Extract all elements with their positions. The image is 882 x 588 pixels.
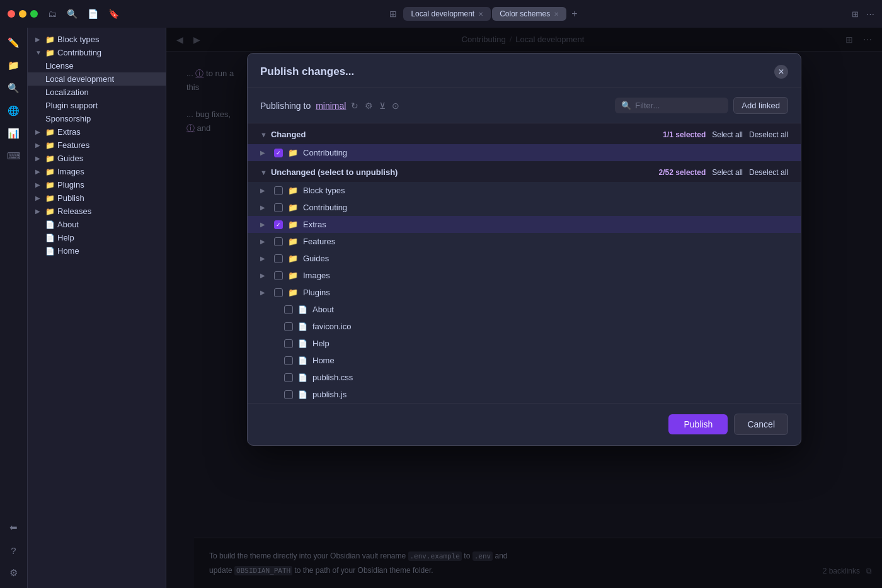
files-icon[interactable]: 📁 bbox=[4, 55, 24, 76]
sidebar-item-sponsorship[interactable]: Sponsorship bbox=[28, 112, 166, 125]
unchanged-item-help[interactable]: ▶ 📄 Help bbox=[248, 335, 801, 352]
site-name-link[interactable]: minimal bbox=[316, 101, 346, 111]
settings-icon[interactable]: ⚙ bbox=[4, 563, 24, 583]
item-checkbox-guides[interactable] bbox=[274, 254, 283, 263]
tab-color-schemes[interactable]: Color schemes ✕ bbox=[492, 7, 566, 21]
publish-icon[interactable]: 🌐 bbox=[4, 101, 24, 121]
add-linked-button[interactable]: Add linked bbox=[733, 97, 788, 114]
unchanged-item-favicon[interactable]: ▶ 📄 favicon.ico bbox=[248, 318, 801, 335]
filter-input[interactable] bbox=[635, 101, 722, 110]
settings-icon[interactable]: ⚙ bbox=[365, 101, 373, 111]
sidebar-item-extras[interactable]: ▶ 📁 Extras bbox=[28, 125, 166, 139]
sidebar-item-images[interactable]: ▶ 📁 Images bbox=[28, 165, 166, 178]
unchanged-item-publish-js[interactable]: ▶ 📄 publish.js bbox=[248, 386, 801, 403]
help-icon[interactable]: ? bbox=[4, 540, 24, 560]
item-checkbox-home[interactable] bbox=[284, 356, 293, 365]
menu-icon[interactable]: ⋯ bbox=[866, 9, 874, 19]
publish-button[interactable]: Publish bbox=[668, 414, 728, 434]
folder-icon: 📁 bbox=[45, 181, 55, 189]
section-chevron-down-icon[interactable]: ▼ bbox=[260, 169, 267, 176]
search-icon: 🔍 bbox=[621, 101, 631, 110]
unchanged-item-plugins[interactable]: ▶ 📁 Plugins bbox=[248, 284, 801, 301]
item-checkbox-publish-js[interactable] bbox=[284, 390, 293, 399]
sidebar-item-license[interactable]: License bbox=[28, 59, 166, 72]
file-icon[interactable]: 📄 bbox=[88, 9, 98, 19]
item-label: favicon.ico bbox=[312, 322, 351, 331]
folder-icon: 📁 bbox=[288, 186, 298, 195]
unchanged-item-about[interactable]: ▶ 📄 About bbox=[248, 301, 801, 318]
changed-item-contributing[interactable]: ▶ 📁 Contributing bbox=[248, 144, 801, 161]
tab-local-development[interactable]: Local development ✕ bbox=[403, 7, 491, 21]
item-checkbox-block-types[interactable] bbox=[274, 186, 283, 195]
sidebar-item-releases[interactable]: ▶ 📁 Releases bbox=[28, 205, 166, 218]
maximize-button[interactable] bbox=[30, 10, 38, 18]
tab-label: Color schemes bbox=[500, 9, 550, 18]
sidebar-item-plugin-support[interactable]: Plugin support bbox=[28, 99, 166, 112]
unchanged-item-contributing[interactable]: ▶ 📁 Contributing bbox=[248, 199, 801, 216]
graph-icon[interactable]: 📊 bbox=[4, 123, 24, 144]
item-checkbox-publish-css[interactable] bbox=[284, 373, 293, 382]
item-checkbox-contributing2[interactable] bbox=[274, 203, 283, 212]
terminal-icon[interactable]: ⌨ bbox=[4, 146, 24, 166]
folder-icon[interactable]: 🗂 bbox=[48, 9, 57, 19]
unchanged-item-features[interactable]: ▶ 📁 Features bbox=[248, 233, 801, 250]
close-button[interactable] bbox=[8, 10, 15, 18]
nav-icon[interactable]: ✏️ bbox=[4, 33, 24, 53]
search-icon[interactable]: 🔍 bbox=[67, 9, 77, 19]
sidebar-toggle-icon[interactable]: ⊞ bbox=[389, 9, 397, 19]
publishing-to-label: Publishing to bbox=[260, 101, 311, 111]
unchanged-item-guides[interactable]: ▶ 📁 Guides bbox=[248, 250, 801, 267]
unchanged-item-extras[interactable]: ▶ 📁 Extras bbox=[248, 216, 801, 233]
sidebar-item-local-development[interactable]: Local development bbox=[28, 72, 166, 86]
sidebar-item-localization[interactable]: Localization bbox=[28, 86, 166, 99]
globe-icon[interactable]: ⊙ bbox=[392, 101, 399, 111]
unchanged-deselect-all[interactable]: Deselect all bbox=[749, 168, 788, 177]
item-checkbox-features[interactable] bbox=[274, 237, 283, 246]
folder-icon: 📁 bbox=[288, 203, 298, 212]
item-checkbox-contributing[interactable] bbox=[274, 149, 283, 157]
item-checkbox-favicon[interactable] bbox=[284, 322, 293, 331]
backlinks-icon[interactable]: ⬅ bbox=[4, 517, 24, 538]
item-checkbox-help[interactable] bbox=[284, 339, 293, 348]
unchanged-label: Unchanged (select to unpublish) bbox=[271, 167, 398, 177]
modal-header: Publish changes... ✕ bbox=[248, 54, 801, 88]
sidebar-item-features[interactable]: ▶ 📁 Features bbox=[28, 139, 166, 152]
filter-icon[interactable]: ⊻ bbox=[379, 101, 386, 111]
sidebar-item-help[interactable]: ▶ 📄 Help bbox=[28, 231, 166, 244]
item-checkbox-about[interactable] bbox=[284, 305, 293, 314]
bookmark-icon[interactable]: 🔖 bbox=[108, 9, 119, 19]
cancel-button[interactable]: Cancel bbox=[734, 414, 788, 435]
unchanged-item-images[interactable]: ▶ 📁 Images bbox=[248, 267, 801, 284]
sidebar-item-publish[interactable]: ▶ 📁 Publish bbox=[28, 191, 166, 205]
sidebar-item-guides[interactable]: ▶ 📁 Guides bbox=[28, 152, 166, 165]
tabs-container: ⊞ Local development ✕ Color schemes ✕ + bbox=[124, 7, 847, 21]
item-checkbox-extras[interactable] bbox=[274, 220, 283, 229]
folder-icon: 📁 bbox=[45, 48, 55, 57]
unchanged-item-home[interactable]: ▶ 📄 Home bbox=[248, 352, 801, 369]
item-checkbox-images[interactable] bbox=[274, 271, 283, 280]
item-label: Features bbox=[303, 237, 335, 246]
sidebar-item-home[interactable]: ▶ 📄 Home bbox=[28, 244, 166, 257]
sidebar-item-about[interactable]: ▶ 📄 About bbox=[28, 218, 166, 231]
sidebar-item-contributing[interactable]: ▼ 📁 Contributing bbox=[28, 46, 166, 59]
unchanged-item-publish-css[interactable]: ▶ 📄 publish.css bbox=[248, 369, 801, 386]
modal-overlay: Publish changes... ✕ Publishing to minim… bbox=[166, 28, 882, 588]
changed-deselect-all[interactable]: Deselect all bbox=[749, 130, 788, 139]
minimize-button[interactable] bbox=[19, 10, 26, 18]
tab-close-icon[interactable]: ✕ bbox=[554, 11, 559, 18]
unchanged-select-all[interactable]: Select all bbox=[712, 168, 743, 177]
icon-bar: ✏️ 📁 🔍 🌐 📊 ⌨ ⬅ ? ⚙ bbox=[0, 28, 28, 588]
section-chevron-down-icon[interactable]: ▼ bbox=[260, 131, 267, 139]
layout-icon[interactable]: ⊞ bbox=[852, 9, 859, 19]
changed-select-all[interactable]: Select all bbox=[712, 130, 743, 139]
search-icon[interactable]: 🔍 bbox=[4, 78, 24, 98]
item-checkbox-plugins[interactable] bbox=[274, 288, 283, 297]
modal-close-button[interactable]: ✕ bbox=[774, 65, 788, 79]
unchanged-item-block-types[interactable]: ▶ 📁 Block types bbox=[248, 182, 801, 199]
item-chevron-right-icon: ▶ bbox=[260, 272, 269, 279]
sidebar-item-block-types[interactable]: ▶ 📁 Block types bbox=[28, 33, 166, 46]
tab-close-icon[interactable]: ✕ bbox=[478, 11, 483, 18]
sidebar-item-plugins[interactable]: ▶ 📁 Plugins bbox=[28, 178, 166, 191]
new-tab-button[interactable]: + bbox=[568, 8, 581, 20]
refresh-icon[interactable]: ↻ bbox=[351, 101, 358, 111]
